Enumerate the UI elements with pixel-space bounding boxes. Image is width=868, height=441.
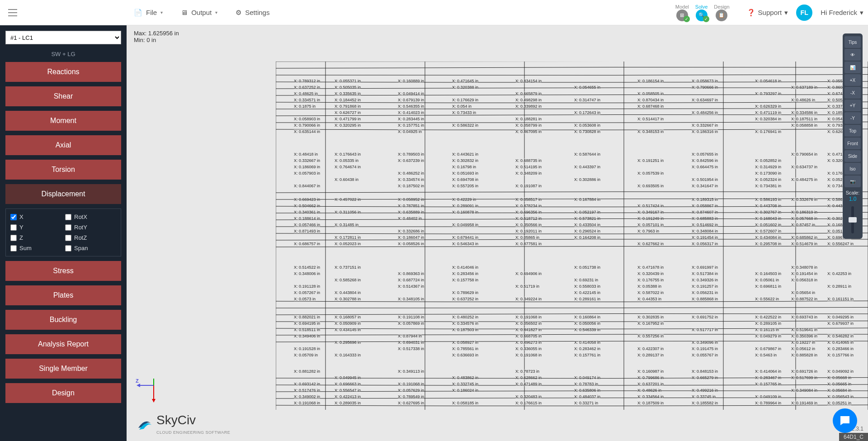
moment-button[interactable]: Moment (5, 111, 121, 131)
view-front-button[interactable]: Front (844, 138, 861, 149)
displacement-value: X: 0.057668 in (791, 216, 817, 221)
view-px-button[interactable]: +X (844, 74, 861, 86)
stress-button[interactable]: Stress (5, 261, 121, 281)
displacement-value: X: 0.871493 in (294, 229, 320, 233)
displacement-value: X: 0.498298 in (515, 98, 542, 102)
displacement-value: X: 0.517699 in (791, 375, 817, 380)
displacement-value: X: 0.191068 in (294, 401, 320, 405)
displacement-value: X: 0.176755 in (637, 278, 664, 282)
displacement-value: X: 0.186024 in (452, 388, 478, 393)
support-menu[interactable]: ❓ Support ▾ (747, 9, 788, 17)
displacement-value: X: 0.517338 in (398, 346, 424, 351)
check-rotz[interactable]: RotZ (65, 234, 116, 241)
displacement-value: X: 0.348006 in (294, 271, 320, 276)
displacement-value: X: 0.164208 in (574, 235, 600, 240)
scale-slider[interactable] (851, 206, 854, 233)
buckling-button[interactable]: Buckling (5, 310, 121, 330)
step-solve[interactable]: Solve 🔍✓ (695, 4, 708, 21)
displacement-value: X: 0.504662 in (294, 204, 320, 208)
output-menu[interactable]: 🖥 Output ▾ (181, 9, 217, 16)
displacement-value: X: 0.191454 in (791, 271, 817, 276)
intercom-chat-button[interactable] (833, 408, 857, 433)
check-rotx[interactable]: RotX (65, 213, 116, 220)
displacement-value: X: 0.471119 in (755, 110, 781, 115)
plates-button[interactable]: Plates (5, 285, 121, 305)
displacement-button[interactable]: Displacement (5, 184, 121, 204)
view-py-button[interactable]: +Y (844, 100, 861, 111)
reactions-button[interactable]: Reactions (5, 62, 121, 82)
tips-button[interactable]: Tips (844, 36, 861, 48)
structural-model-viewport[interactable]: X: 0.789312 inX: 0.637252 inX: 0.48625 i… (276, 62, 868, 410)
hamburger-menu[interactable] (5, 5, 21, 21)
step-design[interactable]: Design 📋 (714, 4, 729, 21)
model-canvas[interactable]: Max: 1.625956 in Min: 0 in X: 0.789312 i… (127, 25, 868, 441)
check-x[interactable]: X (10, 213, 61, 220)
slider-thumb[interactable] (849, 217, 857, 223)
displacement-value: X: 0.635144 in (294, 129, 320, 134)
check-y[interactable]: Y (10, 224, 61, 231)
displacement-value: X: 0.332686 in (398, 229, 424, 233)
visibility-button[interactable]: 👁 (844, 49, 861, 61)
displacement-value: X: 0.693505 in (637, 184, 664, 188)
displacement-value: X: 0.164333 in (335, 353, 361, 357)
displacement-value: X: 0.73433 in (452, 110, 476, 115)
displacement-value: X: 0.349406 in (294, 334, 320, 338)
displacement-value: X: 0.48625 in (294, 91, 318, 96)
step-model[interactable]: Model ⊞✓ (675, 4, 689, 21)
displacement-value: X: 0.33271 in (574, 401, 598, 405)
displacement-value: X: 0.05251 in (827, 401, 851, 405)
displacement-value: X: 0.058867 in (692, 204, 718, 208)
view-mx-button[interactable]: -X (844, 87, 861, 99)
results-button[interactable]: 📊 (844, 62, 861, 73)
screenshot-button[interactable]: 📷 (844, 175, 861, 187)
design-button[interactable]: Design (5, 383, 121, 403)
displacement-value: X: 0.87944 in (398, 334, 422, 338)
view-top-button[interactable]: Top (844, 125, 861, 137)
displacement-value: X: 0.636693 in (452, 353, 478, 357)
view-iso-button[interactable]: Iso (844, 163, 861, 175)
settings-menu[interactable]: ⚙ Settings (236, 9, 269, 17)
chevron-down-icon: ▾ (860, 9, 863, 17)
displacement-value: X: 0.546282 in (827, 334, 854, 338)
single-member-button[interactable]: Single Member (5, 359, 121, 379)
user-avatar[interactable]: FL (796, 5, 812, 21)
displacement-value: X: 0.637252 in (452, 297, 478, 301)
displacement-value: X: 0.320388 in (452, 85, 478, 90)
displacement-value: X: 0.878234 in (515, 204, 542, 208)
check-z[interactable]: Z (10, 234, 61, 241)
file-label: File (146, 9, 157, 16)
displacement-value: X: 0.302788 in (335, 297, 361, 301)
displacement-value: X: 0.517424 in (637, 204, 664, 208)
torsion-button[interactable]: Torsion (5, 160, 121, 180)
displacement-value: X: 0.191249 in (637, 216, 664, 221)
axial-button[interactable]: Axial (5, 135, 121, 155)
displacement-value: X: 0.056318 in (791, 278, 817, 282)
check-sum[interactable]: Sum (10, 245, 61, 251)
displacement-value: X: 0.052023 in (335, 242, 361, 246)
load-case-select[interactable]: #1 - LC1 (5, 31, 121, 44)
shear-button[interactable]: Shear (5, 86, 121, 106)
check-roty[interactable]: RotY (65, 224, 116, 231)
displacement-value: X: 0.78723 in (515, 369, 539, 374)
file-menu[interactable]: 📄 File ▾ (134, 9, 163, 17)
displacement-value: X: 0.691997 in (692, 265, 718, 270)
analysis-report-button[interactable]: Analysis Report (5, 334, 121, 354)
file-icon: 📄 (134, 9, 142, 17)
view-side-button[interactable]: Side (844, 150, 861, 162)
displacement-value: X: 0.585268 in (335, 278, 361, 282)
displacement-value: X: 0.637201 in (637, 382, 664, 386)
displacement-value: X: 0.517384 in (692, 271, 718, 276)
displacement-value: X: 0.295696 in (335, 340, 361, 345)
check-span[interactable]: Span (65, 245, 116, 251)
displacement-value: X: 0.60438 in (335, 177, 359, 182)
displacement-value: X: 0.348105 in (398, 297, 424, 301)
displacement-value: X: 0.514692 in (692, 223, 718, 227)
displacement-value: X: 0.844067 in (294, 184, 320, 188)
displacement-value: X: 0.188281 in (515, 117, 542, 121)
displacement-value: X: 0.302835 in (637, 315, 664, 319)
displacement-value: X: 0.694031 in (398, 340, 424, 345)
displacement-value: X: 0.058505 in (637, 91, 664, 96)
view-my-button[interactable]: -Y (844, 112, 861, 124)
displacement-value: X: 0.841827 in (515, 327, 542, 332)
user-menu[interactable]: Hi Frederick ▾ (821, 9, 863, 17)
